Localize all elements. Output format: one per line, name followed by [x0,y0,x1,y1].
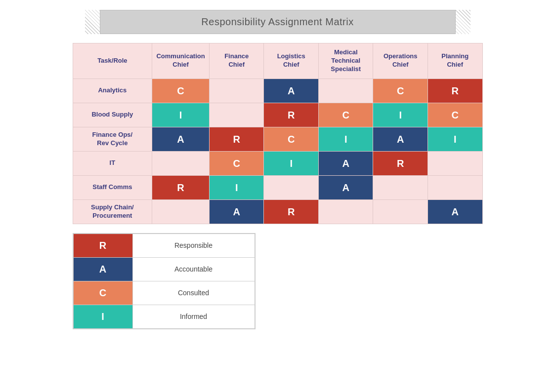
cell-letter: A [452,206,459,217]
matrix-cell: A [318,175,373,199]
matrix-cell: R [373,151,428,175]
cell-letter: I [179,110,182,120]
matrix-cell [209,103,264,127]
matrix-cell [373,175,428,199]
title-container: Responsibility Assignment Matrix [85,10,470,34]
matrix-cell: C [427,103,482,127]
legend-color-cell: A [73,257,132,281]
cell-letter: C [288,134,295,145]
col-header-logistics: LogisticsChief [264,43,319,79]
matrix-cell: I [427,127,482,151]
table-row: Blood SupplyIRCIC [73,103,482,127]
matrix-cell: C [152,78,210,103]
matrix-cell: I [318,127,373,151]
matrix-cell: I [264,151,319,175]
legend-text-cell: Responsible [132,234,255,257]
cell-letter: I [290,158,293,169]
matrix-cell: R [209,127,264,151]
legend-row: CConsulted [73,281,255,305]
title-box: Responsibility Assignment Matrix [100,10,456,34]
legend-table: RResponsibleAAccountableCConsultedIInfor… [73,234,255,329]
matrix-cell [209,78,264,103]
cell-letter: I [235,182,238,193]
cell-letter: C [397,85,404,96]
matrix-cell: I [373,103,428,127]
matrix-cell: C [373,78,428,103]
col-header-finance: FinanceChief [209,43,264,79]
cell-letter: I [399,110,402,120]
task-label: Staff Comms [73,175,152,199]
legend-body: RResponsibleAAccountableCConsultedIInfor… [73,234,255,328]
col-header-medical: Medical TechnicalSpecialist [318,43,373,79]
legend-row: IInformed [73,305,255,328]
legend-text-cell: Accountable [132,257,255,281]
matrix-body: AnalyticsCACRBlood SupplyIRCICFinance Op… [73,78,482,224]
cell-letter: C [452,110,459,120]
matrix-cell: A [152,127,210,151]
matrix-cell [318,78,373,103]
task-label: Finance Ops/Rev Cycle [73,127,152,151]
col-header-comm: CommunicationChief [152,43,210,79]
table-row: AnalyticsCACR [73,78,482,103]
legend-color-cell: R [73,234,132,257]
cell-letter: A [288,85,295,96]
legend-color-cell: I [73,305,132,328]
cell-letter: R [233,134,240,145]
table-row: ITCIAR [73,151,482,175]
cell-letter: A [342,158,349,169]
cell-letter: R [177,182,184,193]
task-label: Blood Supply [73,103,152,127]
cell-letter: A [342,182,349,193]
matrix-cell: A [264,78,319,103]
page-wrapper: Responsibility Assignment Matrix Task/Ro… [0,10,555,329]
matrix-cell [152,199,210,224]
matrix-container: Task/Role CommunicationChief FinanceChie… [73,43,483,224]
matrix-cell: A [427,199,482,224]
matrix-cell [373,199,428,224]
matrix-table: Task/Role CommunicationChief FinanceChie… [73,43,483,224]
cell-letter: I [344,134,347,145]
cell-letter: A [177,134,184,145]
matrix-cell: A [318,151,373,175]
header-row: Task/Role CommunicationChief FinanceChie… [73,43,482,79]
cell-letter: I [454,134,457,145]
legend-row: RResponsible [73,234,255,257]
matrix-cell: A [209,199,264,224]
matrix-cell: C [318,103,373,127]
task-label: IT [73,151,152,175]
matrix-cell: R [427,78,482,103]
legend-text-cell: Consulted [132,281,255,305]
matrix-cell [152,151,210,175]
table-row: Finance Ops/Rev CycleARCIAI [73,127,482,151]
cell-letter: C [342,110,349,120]
matrix-cell: I [152,103,210,127]
matrix-cell [264,175,319,199]
legend-row: AAccountable [73,257,255,281]
col-header-planning: PlanningChief [427,43,482,79]
task-label: Supply Chain/Procurement [73,199,152,224]
matrix-cell: C [264,127,319,151]
legend-container: RResponsibleAAccountableCConsultedIInfor… [73,233,256,329]
matrix-cell [318,199,373,224]
cell-letter: R [288,206,295,217]
task-role-header: Task/Role [73,43,152,79]
task-label: Analytics [73,78,152,103]
legend-text-cell: Informed [132,305,255,328]
col-header-operations: OperationsChief [373,43,428,79]
page-title: Responsibility Assignment Matrix [201,16,353,27]
table-row: Supply Chain/ProcurementARA [73,199,482,224]
matrix-cell: R [152,175,210,199]
cell-letter: C [177,85,184,96]
matrix-cell: I [209,175,264,199]
matrix-cell: R [264,199,319,224]
matrix-cell [427,175,482,199]
cell-letter: A [397,134,404,145]
legend-color-cell: C [73,281,132,305]
cell-letter: R [288,110,295,120]
cell-letter: R [397,158,404,169]
table-row: Staff CommsRIA [73,175,482,199]
cell-letter: C [233,158,240,169]
matrix-cell [427,151,482,175]
matrix-cell: R [264,103,319,127]
cell-letter: A [233,206,240,217]
